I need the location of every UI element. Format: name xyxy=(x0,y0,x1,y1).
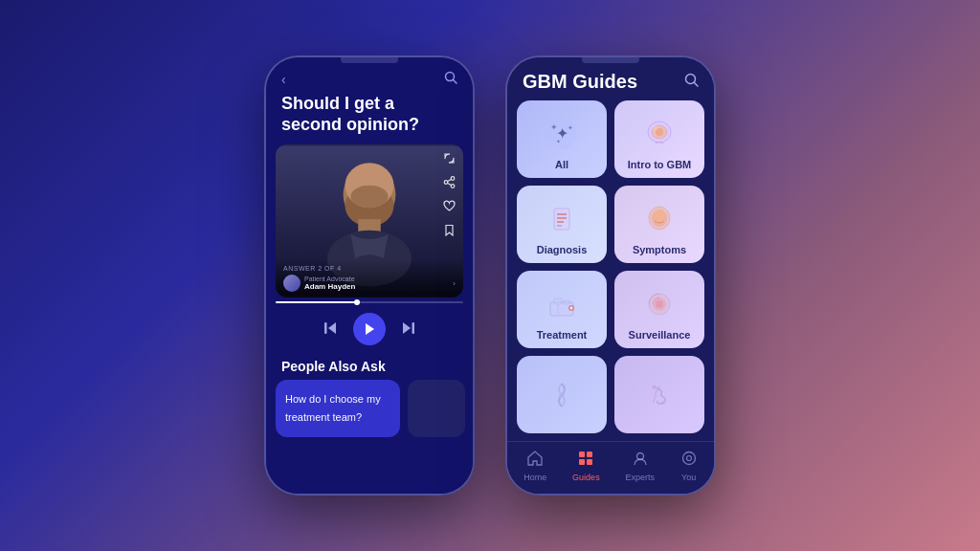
svg-point-56 xyxy=(682,452,695,465)
share-icon[interactable] xyxy=(443,176,456,190)
video-bottom-info: ANSWER 2 OF 4 Patient Advocate Adam Hayd… xyxy=(276,259,463,298)
bookmark-icon[interactable] xyxy=(443,224,456,238)
search-icon-p2[interactable] xyxy=(684,73,699,91)
phone-2: GBM Guides ✦ ✦ ✦ xyxy=(505,55,716,496)
svg-point-50 xyxy=(661,401,665,405)
nav-guides[interactable]: Guides xyxy=(572,450,600,482)
phone2-title: GBM Guides xyxy=(523,71,637,93)
vol-up-button[interactable] xyxy=(264,134,266,157)
progress-dot xyxy=(354,299,360,305)
card-item-1[interactable]: How do I choose my treatment team? xyxy=(276,380,400,437)
guide-label-symptoms: Symptoms xyxy=(633,244,686,255)
nav-you[interactable]: You xyxy=(680,450,698,482)
intro-icon-area xyxy=(622,108,697,159)
svg-rect-51 xyxy=(579,452,585,457)
home-icon xyxy=(526,450,544,471)
sym-icon-area xyxy=(622,193,697,244)
svg-point-9 xyxy=(451,177,455,181)
nav-you-label: You xyxy=(681,473,696,482)
guide-label-treatment: Treatment xyxy=(537,329,588,341)
svg-rect-39 xyxy=(554,298,562,304)
speaker-name: Adam Hayden xyxy=(304,282,449,291)
svg-line-13 xyxy=(448,184,452,186)
back-button[interactable]: ‹ xyxy=(281,72,286,87)
guide-card-symptoms[interactable]: Symptoms xyxy=(614,186,704,263)
vol-down-button-2[interactable] xyxy=(505,165,507,187)
you-icon xyxy=(680,450,698,471)
svg-point-11 xyxy=(444,181,448,185)
video-player[interactable]: ANSWER 2 OF 4 Patient Advocate Adam Hayd… xyxy=(276,144,463,298)
chevron-right-icon: › xyxy=(453,279,456,288)
guide-label-surveillance: Surveillance xyxy=(629,329,691,341)
svg-point-10 xyxy=(451,185,455,188)
svg-text:✦: ✦ xyxy=(550,122,558,132)
phones-container: ‹ Should I get a second opinion? xyxy=(264,55,716,496)
progress-fill xyxy=(276,301,360,303)
progress-bar[interactable] xyxy=(276,298,463,307)
svg-marker-16 xyxy=(366,323,374,335)
people-also-ask-label: People Also Ask xyxy=(266,351,473,380)
speaker-avatar xyxy=(283,275,301,292)
svg-marker-17 xyxy=(403,322,411,334)
prev-button[interactable] xyxy=(323,320,338,339)
svg-rect-52 xyxy=(587,452,592,457)
search-icon[interactable] xyxy=(444,71,457,88)
phone1-screen: ‹ Should I get a second opinion? xyxy=(266,57,473,494)
treat-icon-area xyxy=(524,278,599,329)
all-icon-area: ✦ ✦ ✦ ✦ xyxy=(524,108,599,159)
surv-icon-area xyxy=(622,278,697,329)
guide-label-diagnosis: Diagnosis xyxy=(537,244,588,255)
svg-line-20 xyxy=(695,83,699,87)
svg-rect-18 xyxy=(412,322,415,334)
svg-point-57 xyxy=(686,456,691,461)
progress-track xyxy=(276,301,463,303)
guide-card-all[interactable]: ✦ ✦ ✦ ✦ All xyxy=(517,100,607,178)
guide-card-surveillance[interactable]: Surveillance xyxy=(614,271,704,348)
svg-point-48 xyxy=(559,392,565,398)
nav-home-label: Home xyxy=(523,473,546,482)
guide-card-intro[interactable]: Intro to GBM xyxy=(614,100,704,178)
guide-card-row4-1[interactable] xyxy=(517,356,607,433)
power-button-2[interactable] xyxy=(714,153,716,187)
speaker-info: Patient Advocate Adam Hayden xyxy=(304,276,449,291)
next-button[interactable] xyxy=(401,320,416,339)
row4-2-icon-area xyxy=(622,364,697,426)
svg-rect-53 xyxy=(579,459,585,465)
player-controls xyxy=(266,307,473,351)
page-title: Should I get a second opinion? xyxy=(266,94,473,144)
svg-line-12 xyxy=(448,180,452,182)
guide-label-all: All xyxy=(555,159,568,170)
card-item-2[interactable] xyxy=(408,380,465,437)
video-overlay-icons xyxy=(443,152,456,238)
guide-card-treatment[interactable]: Treatment xyxy=(517,271,607,348)
speaker-role: Patient Advocate xyxy=(304,276,449,282)
rotate-icon[interactable] xyxy=(443,152,456,166)
guide-card-diagnosis[interactable]: Diagnosis xyxy=(517,186,607,263)
svg-rect-40 xyxy=(564,300,569,304)
guide-card-row4-2[interactable] xyxy=(614,356,704,433)
svg-rect-15 xyxy=(324,322,327,334)
diag-icon-area xyxy=(524,193,599,244)
guide-label-intro: Intro to GBM xyxy=(628,159,692,170)
svg-point-37 xyxy=(654,209,665,223)
play-button[interactable] xyxy=(353,313,386,345)
heart-icon[interactable] xyxy=(443,200,456,214)
bottom-nav: Home Guides xyxy=(507,441,714,494)
experts-icon xyxy=(632,450,649,471)
vol-up-button-2[interactable] xyxy=(505,134,507,157)
guides-grid: ✦ ✦ ✦ ✦ All xyxy=(507,100,714,441)
svg-rect-30 xyxy=(554,209,569,230)
nav-home[interactable]: Home xyxy=(523,450,546,482)
cards-row: How do I choose my treatment team? xyxy=(266,380,473,437)
svg-point-49 xyxy=(652,386,656,389)
nav-guides-label: Guides xyxy=(572,473,600,482)
answer-label: ANSWER 2 OF 4 xyxy=(283,265,456,272)
svg-point-6 xyxy=(350,186,388,209)
svg-marker-14 xyxy=(328,322,336,334)
svg-point-47 xyxy=(656,300,663,308)
phone1-header: ‹ xyxy=(266,57,473,94)
card-text-1: How do I choose my treatment team? xyxy=(285,393,381,422)
power-button[interactable] xyxy=(473,153,475,187)
vol-down-button[interactable] xyxy=(264,165,266,187)
nav-experts[interactable]: Experts xyxy=(625,450,655,482)
